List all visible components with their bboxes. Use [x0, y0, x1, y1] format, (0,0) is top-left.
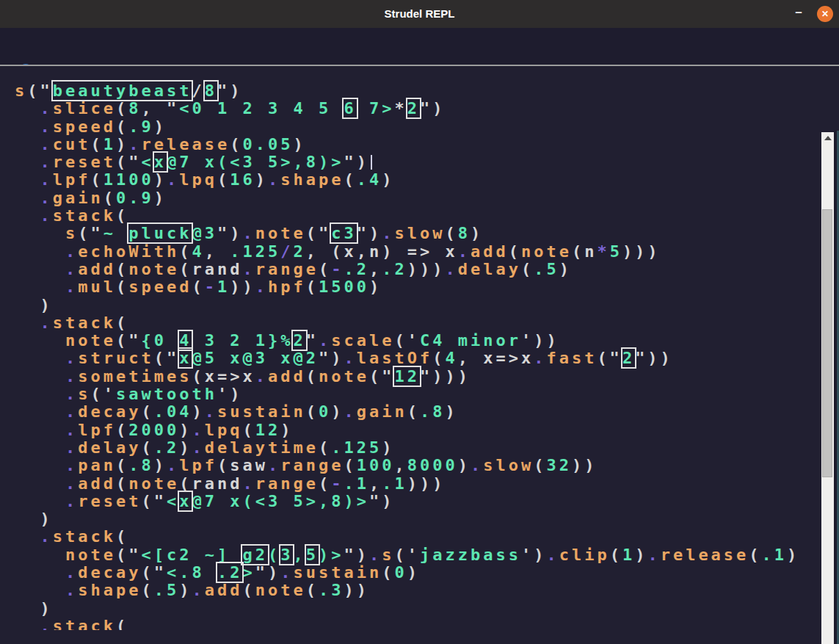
code-line[interactable]: .stack(	[15, 528, 821, 546]
code-token: add	[78, 260, 116, 278]
code-line[interactable]: .decay(.04).sustain(0).gain(.8)	[15, 403, 821, 421]
code-line[interactable]: .stack(	[15, 618, 821, 630]
code-line[interactable]: .mul(speed(-1)).hpf(1500)	[15, 278, 821, 296]
code-line[interactable]: .lpf(1100).lpq(16).shape(.4)	[15, 171, 821, 189]
code-token	[15, 456, 65, 474]
code-token: .	[40, 527, 53, 546]
code-token: shape	[78, 581, 141, 599]
code-line[interactable]: .decay("<.8 .2>").sustain(0)	[15, 564, 821, 582]
code-token: s	[78, 385, 90, 403]
code-token: 0.9	[116, 189, 154, 207]
code-token: @5 x@3 x@2	[192, 349, 318, 367]
strudel-repl-window: Strudel REPL – ✕ s("beautybeast/8") .sli…	[0, 0, 839, 644]
scroll-up-button[interactable]	[821, 132, 834, 144]
code-token: ')	[521, 331, 547, 350]
code-token: (	[242, 421, 255, 439]
code-token: sustain	[293, 563, 382, 582]
code-token: shape	[280, 170, 344, 189]
code-token: slow	[394, 224, 445, 242]
code-token: (	[116, 99, 128, 117]
code-token: pan	[78, 456, 116, 474]
code-token: release	[661, 546, 749, 564]
code-token: (	[116, 117, 128, 136]
code-line[interactable]: .stack(	[15, 207, 821, 225]
code-token	[15, 492, 65, 510]
code-token: .2	[382, 260, 407, 278]
text-cursor	[371, 155, 372, 170]
code-token: slow	[483, 456, 534, 474]
code-editor[interactable]: s("beautybeast/8") .slice(8, "<0 1 2 3 4…	[1, 68, 821, 630]
code-line[interactable]: )	[15, 510, 821, 528]
code-area[interactable]: s("beautybeast/8") .slice(8, "<0 1 2 3 4…	[1, 68, 821, 630]
code-token: s	[382, 546, 394, 564]
code-token: (	[179, 474, 192, 493]
code-token: delay	[458, 260, 521, 278]
code-token: struct	[78, 349, 153, 367]
code-token: ("	[141, 492, 167, 510]
code-token: cut	[53, 135, 91, 153]
code-line[interactable]: .speed(.9)	[15, 118, 821, 136]
code-line[interactable]: .shape(.5).add(note(.3))	[15, 582, 821, 599]
code-line[interactable]: .reset("<x@7 x(<3 5>,8)>")	[15, 153, 821, 171]
code-line[interactable]: )	[15, 297, 821, 314]
code-token: note	[128, 260, 179, 278]
code-line[interactable]: .reset("<x@7 x(<3 5>,8)>")	[15, 493, 821, 510]
code-token	[15, 99, 40, 117]
code-token: mul	[78, 278, 116, 296]
code-token: .	[65, 402, 78, 421]
code-token: clip	[559, 546, 610, 564]
code-line[interactable]: note("<[c2 ~] g2(3,5)>").s('jazzbass').c…	[15, 546, 821, 564]
code-line[interactable]: .pan(.8).lpf(saw.range(100,8000).slow(32…	[15, 457, 821, 474]
code-token: lpf	[179, 456, 217, 474]
code-token: ,	[306, 242, 332, 261]
code-token: (	[141, 581, 153, 599]
code-token: add	[205, 581, 243, 599]
close-button[interactable]: ✕	[817, 6, 833, 22]
code-token: {0	[141, 331, 179, 350]
code-token: lpf	[78, 421, 116, 439]
code-line[interactable]: )	[15, 600, 821, 618]
code-token: 32	[546, 456, 572, 474]
code-token: )	[15, 510, 53, 528]
vertical-scrollbar-thumb[interactable]	[822, 209, 832, 477]
code-token: )	[192, 402, 204, 421]
code-token: range	[280, 456, 344, 474]
code-token: ~	[103, 224, 129, 242]
code-line[interactable]: .echoWith(4, .125/2, (x,n) => x.add(note…	[15, 243, 821, 261]
vertical-scrollbar[interactable]	[821, 132, 834, 644]
code-token: -	[331, 474, 344, 493]
code-line[interactable]: .add(note(rand.range(-.2,.2))).delay(.5)	[15, 261, 821, 278]
active-token-highlight: pluck	[128, 224, 192, 242]
code-token: fast	[546, 349, 597, 367]
code-line[interactable]: .sometimes(x=>x.add(note("12")))	[15, 368, 821, 386]
code-token: stack	[53, 617, 116, 630]
code-line[interactable]: .cut(1).release(0.05)	[15, 136, 821, 153]
code-line[interactable]: .delay(.2).delaytime(.125)	[15, 439, 821, 457]
code-token: (x,n) => x	[331, 242, 457, 261]
code-token: .	[268, 456, 280, 474]
code-line[interactable]: note("{0 4 3 2 1}%2".scale('C4 minor'))	[15, 332, 821, 350]
minimize-button[interactable]: –	[788, 0, 810, 28]
code-token: hpf	[268, 278, 306, 296]
code-token: jazzbass	[420, 546, 521, 564]
code-line[interactable]: .slice(8, "<0 1 2 3 4 5 6 7>*2")	[15, 100, 821, 117]
code-token: )	[255, 170, 268, 189]
code-line[interactable]: .stack(	[15, 314, 821, 332]
code-line[interactable]: .lpf(2000).lpq(12)	[15, 422, 821, 439]
code-token: ")	[217, 82, 243, 100]
code-token: (	[306, 278, 319, 296]
code-token: .	[242, 260, 255, 278]
code-token: (	[116, 421, 128, 439]
code-token: .	[242, 474, 255, 493]
code-token: sustain	[217, 402, 306, 421]
code-line[interactable]: .s('sawtooth')	[15, 386, 821, 403]
code-token: ,	[369, 474, 382, 493]
code-line[interactable]: s("~ pluck@3").note("c3").slow(8)	[15, 225, 821, 242]
code-line[interactable]: .add(note(rand.range(-.1,.1)))	[15, 475, 821, 493]
code-line[interactable]: .gain(0.9)	[15, 189, 821, 207]
code-token: 8000	[407, 456, 458, 474]
code-token: 8	[458, 224, 471, 242]
code-line[interactable]: .struct("x@5 x@3 x@2").lastOf(4, x=>x.fa…	[15, 350, 821, 367]
code-line[interactable]: s("beautybeast/8")	[15, 82, 821, 100]
code-token: note	[521, 242, 572, 261]
